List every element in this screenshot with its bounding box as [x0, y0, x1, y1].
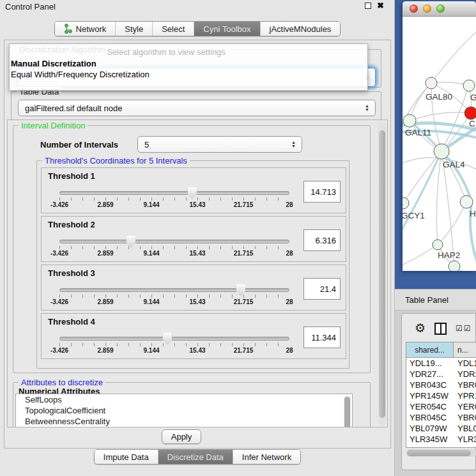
threshold-block: Threshold 1 -3.426 2.859 9.144 15.43 21.… — [41, 167, 346, 213]
column-header-name[interactable]: n... — [454, 342, 476, 357]
table-row[interactable]: YIL052CYIL0 — [406, 445, 476, 448]
threshold-value-input[interactable]: 14.713 — [303, 181, 341, 203]
right-panel: GAL80GACGAL11GAL4GCY1HHAP2 Table Panel ⚙… — [395, 0, 476, 476]
threshold-label: Threshold 4 — [48, 317, 95, 326]
threshold-value-input[interactable]: 21.4 — [303, 278, 341, 300]
slider-tick-labels: -3.426 2.859 9.144 15.43 21.715 28 — [59, 250, 289, 259]
network-edge[interactable] — [403, 151, 441, 203]
bottom-tab-bar: Impute Data Discretize Data Infer Networ… — [0, 449, 395, 464]
settings-scrollbar[interactable] — [378, 121, 386, 426]
threshold-label: Threshold 2 — [48, 220, 95, 229]
table-row[interactable]: YBR043CYBR0 — [406, 380, 476, 390]
number-of-intervals-combobox[interactable]: 5 ▲▼ — [137, 136, 302, 153]
tab-select[interactable]: Select — [153, 22, 194, 36]
threshold-value-input[interactable]: 6.316 — [303, 229, 341, 251]
list-item[interactable]: BetweennessCentrality — [16, 416, 352, 427]
threshold-slider[interactable] — [59, 191, 289, 195]
dropdown-option-manual-discretization[interactable]: Manual Discretization — [10, 58, 367, 69]
network-view-window: GAL80GACGAL11GAL4GCY1HHAP2 — [403, 1, 476, 271]
table-row[interactable]: YDL19...YDL1 — [406, 358, 476, 369]
column-header-shared-name[interactable]: shared... — [406, 342, 454, 357]
tab-cyni-toolbox[interactable]: Cyni Toolbox — [194, 22, 260, 36]
tab-discretize-data[interactable]: Discretize Data — [158, 450, 233, 464]
network-node-label: HAP2 — [438, 250, 460, 260]
network-node-label: C — [469, 119, 475, 128]
minimize-traffic-light-icon[interactable] — [423, 4, 431, 13]
threshold-block: Threshold 4 -3.426 2.859 9.144 15.43 21.… — [41, 313, 346, 359]
threshold-slider[interactable] — [59, 288, 289, 292]
network-node[interactable] — [433, 240, 443, 250]
network-node[interactable] — [434, 144, 449, 159]
cyni-content-panel: Discretization Algorithm ▲▼ Table Data g… — [4, 40, 391, 449]
numerical-attributes-list[interactable]: SelfLoops TopologicalCoefficient Between… — [15, 394, 353, 427]
list-item[interactable]: TopologicalCoefficient — [16, 405, 352, 416]
slider-ticks — [59, 295, 289, 298]
table-row[interactable]: YER054CYER0 — [406, 401, 476, 412]
tab-impute-data[interactable]: Impute Data — [95, 450, 158, 464]
threshold-label: Threshold 3 — [48, 268, 95, 278]
threshold-label: Threshold 1 — [48, 171, 95, 181]
zoom-traffic-light-icon[interactable] — [436, 4, 445, 13]
list-item[interactable]: SelfLoops — [16, 394, 352, 405]
network-node[interactable] — [460, 196, 473, 208]
close-traffic-light-icon[interactable] — [410, 4, 418, 13]
thresholds-group-title: Threshold's Coordinates for 5 Intervals — [42, 156, 190, 165]
number-of-intervals-value: 5 — [144, 140, 149, 150]
network-edge[interactable] — [431, 28, 476, 83]
network-edge[interactable] — [410, 112, 471, 121]
column-layout-icon[interactable] — [434, 323, 447, 335]
table-data-group: Table Data galFiltered.sif default node … — [11, 91, 381, 121]
float-window-icon[interactable] — [365, 3, 371, 9]
apply-button[interactable]: Apply — [162, 429, 201, 444]
network-node[interactable] — [403, 197, 409, 209]
table-row[interactable]: YLR345WYLR3 — [406, 434, 476, 445]
mac-window-titlebar — [403, 1, 476, 17]
slider-tick-labels: -3.426 2.859 9.144 15.43 21.715 28 — [59, 298, 289, 307]
checkbox-icons[interactable]: ☑☑ — [456, 324, 472, 333]
table-row[interactable]: YDR27...YDR2 — [406, 369, 476, 380]
network-node[interactable] — [464, 107, 476, 119]
network-canvas[interactable]: GAL80GACGAL11GAL4GCY1HHAP2 — [403, 17, 476, 271]
network-node-label: GA — [470, 93, 476, 102]
network-node-label: GAL11 — [405, 128, 431, 137]
list-scrollbar[interactable] — [344, 395, 351, 427]
slider-ticks — [59, 343, 289, 346]
control-panel-title: Control Panel — [5, 2, 56, 12]
table-panel-title: Table Panel — [405, 295, 449, 305]
threshold-value-input[interactable]: 11.344 — [303, 326, 341, 348]
table-data-value: galFiltered.sif default node — [25, 104, 122, 113]
thresholds-group: Threshold's Coordinates for 5 Intervals … — [36, 160, 349, 369]
app-root: Control Panel ✖ Network — [0, 0, 476, 476]
interval-definition-title: Interval Definition — [19, 121, 88, 130]
network-node[interactable] — [449, 261, 460, 271]
table-panel-card: ⚙ ☑☑ shared... n... YDL19...YDL1 YDR27..… — [401, 313, 476, 470]
network-edge[interactable] — [436, 151, 441, 245]
network-edge[interactable] — [403, 245, 438, 267]
table-horizontal-scrollbar[interactable] — [406, 449, 476, 457]
table-panel-header: Table Panel — [395, 289, 476, 311]
number-of-intervals-label: Number of Intervals — [40, 140, 118, 150]
threshold-slider[interactable] — [59, 337, 289, 341]
network-edge[interactable] — [403, 203, 403, 247]
tab-style[interactable]: Style — [116, 22, 153, 36]
tab-jactivemnodules[interactable]: jActiveMNodules — [261, 22, 341, 36]
network-node[interactable] — [463, 80, 475, 91]
tab-infer-network[interactable]: Infer Network — [233, 450, 300, 464]
top-tab-bar: Network Style Select Cyni Toolbox jActiv… — [0, 21, 395, 36]
network-node[interactable] — [403, 114, 416, 127]
tab-network[interactable]: Network — [55, 22, 116, 36]
network-edge[interactable] — [403, 151, 441, 237]
algorithm-hint-text: Select algorithm to view settings — [10, 44, 367, 58]
table-data-combobox[interactable]: galFiltered.sif default node ▲▼ — [18, 100, 376, 116]
table-row[interactable]: YBR045CYBR0 — [406, 412, 476, 423]
network-node-label: GAL4 — [443, 160, 465, 169]
threshold-slider[interactable] — [59, 240, 289, 243]
dropdown-option-equal-width-frequency[interactable]: Equal Width/Frequency Discretization — [10, 69, 367, 80]
table-header-row: shared... n... — [406, 342, 476, 358]
network-node-label: H — [470, 209, 476, 219]
table-row[interactable]: YPR145WYPR1 — [406, 390, 476, 401]
network-node[interactable] — [426, 77, 437, 89]
table-row[interactable]: YBL079WYBL0 — [406, 423, 476, 434]
gear-icon[interactable]: ⚙ — [415, 323, 426, 334]
close-icon[interactable]: ✖ — [377, 3, 384, 9]
